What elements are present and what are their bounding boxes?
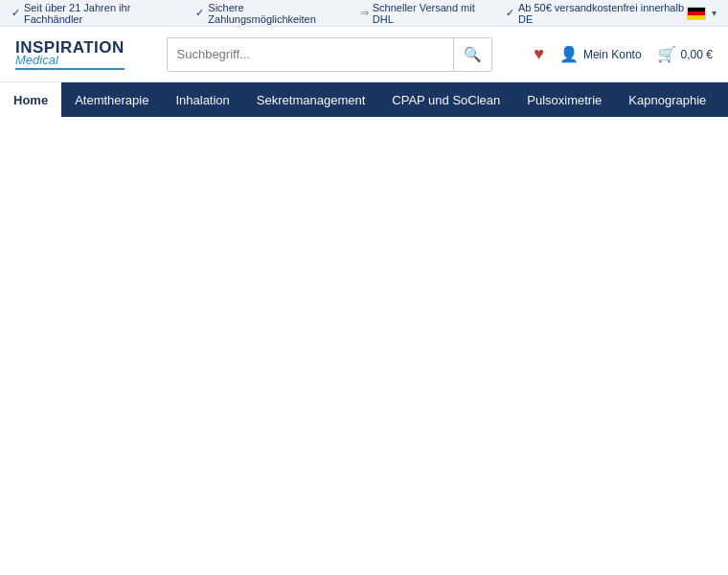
nav-label-cpap: CPAP und SoClean: [392, 93, 500, 107]
check-icon-2: ✓: [195, 7, 204, 19]
logo[interactable]: INSPIRATION Medical: [15, 39, 125, 70]
top-bar-left: ✓ Seit über 21 Jahren ihr Fachhändler ✓ …: [11, 2, 687, 25]
nav-item-home[interactable]: Home: [0, 82, 61, 117]
topbar-item-1: ✓ Seit über 21 Jahren ihr Fachhändler: [11, 2, 178, 25]
nav-item-kapnographie[interactable]: Kapnographie: [615, 82, 719, 117]
topbar-text-4: Ab 50€ versandkostenfrei innerhalb DE: [518, 2, 687, 25]
topbar-text-1: Seit über 21 Jahren ihr Fachhändler: [24, 2, 178, 25]
nav-label-pulsoximetrie: Pulsoximetrie: [527, 93, 602, 107]
nav-item-inhalation[interactable]: Inhalation: [162, 82, 242, 117]
nav-item-sekretmanagement[interactable]: Sekretmanagement: [243, 82, 378, 117]
nav-label-kapnographie: Kapnographie: [628, 93, 706, 107]
wishlist-button[interactable]: ♥: [534, 44, 544, 64]
logo-underline: [15, 68, 125, 70]
account-label: Mein Konto: [583, 48, 642, 61]
nav-item-cpap[interactable]: CPAP und SoClean: [378, 82, 513, 117]
logo-text-bottom: Medical: [15, 54, 125, 66]
nav-bar: Home Atemtherapie Inhalation Sekretmanag…: [0, 82, 728, 117]
nav-label-atemtherapie: Atemtherapie: [75, 93, 148, 107]
nav-label-home: Home: [13, 93, 48, 107]
user-icon: 👤: [559, 45, 579, 63]
heart-icon: ♥: [534, 44, 544, 63]
topbar-item-2: ✓ Sichere Zahlungsmöglichkeiten: [195, 2, 342, 25]
top-bar-right: ▾: [687, 7, 717, 20]
topbar-text-2: Sichere Zahlungsmöglichkeiten: [208, 2, 342, 25]
topbar-item-3: ⇒ Schneller Versand mit DHL: [360, 2, 489, 25]
header-right: ♥ 👤 Mein Konto 🛒 0,00 €: [534, 44, 713, 64]
nav-label-sekretmanagement: Sekretmanagement: [257, 93, 365, 107]
header: INSPIRATION Medical 🔍 ♥ 👤 Mein Konto 🛒 0…: [0, 27, 728, 82]
top-bar: ✓ Seit über 21 Jahren ihr Fachhändler ✓ …: [0, 0, 728, 27]
nav-item-atemtherapie[interactable]: Atemtherapie: [61, 82, 162, 117]
nav-item-pulsoximetrie[interactable]: Pulsoximetrie: [513, 82, 615, 117]
language-dropdown[interactable]: ▾: [712, 8, 717, 18]
main-content: [0, 117, 728, 575]
cart-label: 0,00 €: [681, 48, 713, 61]
search-input[interactable]: [168, 38, 453, 71]
truck-icon: ⇒: [360, 7, 369, 19]
check-icon-1: ✓: [11, 7, 20, 19]
cart-area[interactable]: 🛒 0,00 €: [657, 45, 713, 63]
nav-label-inhalation: Inhalation: [175, 93, 229, 107]
account-area[interactable]: 👤 Mein Konto: [559, 45, 642, 63]
cart-icon: 🛒: [657, 45, 676, 63]
check-icon-4: ✓: [506, 7, 514, 19]
search-icon: 🔍: [464, 46, 482, 63]
topbar-item-4: ✓ Ab 50€ versandkostenfrei innerhalb DE: [506, 2, 687, 25]
nav-item-baby[interactable]: Baby Nasensauger: [719, 82, 728, 117]
search-button[interactable]: 🔍: [453, 38, 491, 71]
flag-de-icon: [687, 7, 706, 20]
topbar-text-3: Schneller Versand mit DHL: [373, 2, 489, 25]
search-area: 🔍: [167, 37, 492, 72]
